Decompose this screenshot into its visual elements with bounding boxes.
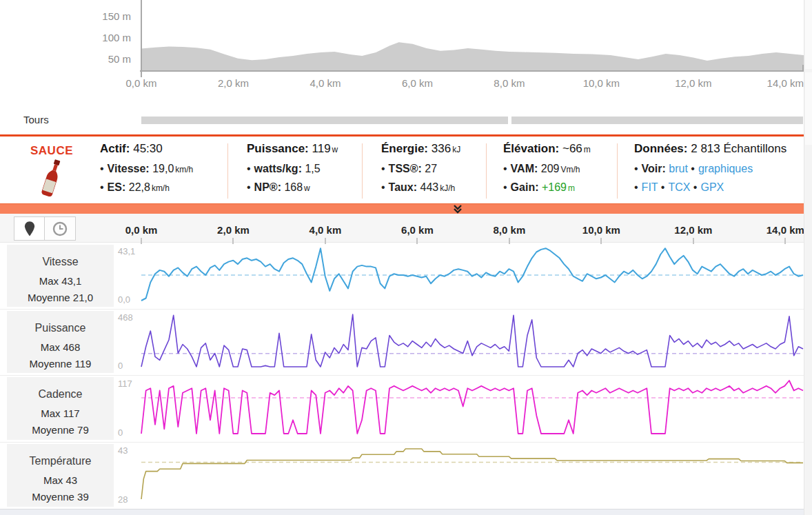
x-axis-tick-label: 6,0 km bbox=[402, 77, 433, 89]
y-axis-max-label: 117 bbox=[118, 378, 132, 389]
metric-panel: Vitesse Max 43,1 Moyenne 21,0 bbox=[7, 245, 114, 307]
metric-row-vitesse: Vitesse Max 43,1 Moyenne 21,0 43,1 0,0 bbox=[0, 243, 812, 309]
x-axis-tick-label: 14,0 km bbox=[767, 224, 804, 236]
stat-item: •Gain: +169m bbox=[503, 181, 575, 194]
stat-heading: Puissance: 119w bbox=[247, 142, 338, 156]
stat-item: •TSS®: 27 bbox=[381, 163, 437, 175]
elevation-chart[interactable]: 150 m 100 m 50 m 0,0 km2,0 km4,0 km6,0 k… bbox=[0, 0, 804, 93]
map-pin-button[interactable] bbox=[14, 216, 45, 241]
stat-item: •watts/kg: 1,5 bbox=[247, 163, 321, 175]
chevron-double-down-icon bbox=[452, 205, 463, 214]
link-tcx[interactable]: TCX bbox=[668, 181, 690, 193]
metric-max: Max 43 bbox=[7, 474, 114, 486]
y-axis-min-label: 28 bbox=[118, 494, 128, 505]
puissance-line-plot[interactable] bbox=[138, 309, 804, 375]
page-scrollbar[interactable] bbox=[804, 0, 812, 515]
stat-divider bbox=[617, 143, 618, 199]
y-axis-min-label: 0,0 bbox=[118, 294, 130, 305]
activity-analysis-page: 150 m 100 m 50 m 0,0 km2,0 km4,0 km6,0 k… bbox=[0, 0, 812, 515]
stat-heading: Énergie: 336kJ bbox=[381, 142, 460, 156]
stat-heading: Élévation: ~66m bbox=[503, 142, 591, 156]
sauce-logo: SAUCE bbox=[30, 144, 73, 158]
elevation-y-tick: 100 m bbox=[76, 32, 131, 43]
x-axis-tick-label: 14,0 km bbox=[767, 77, 804, 89]
stat-heading: Données: 2 813 Échantillons bbox=[634, 142, 786, 156]
clock-icon bbox=[52, 221, 68, 237]
x-axis-tick-label: 0,0 km bbox=[125, 224, 158, 236]
y-axis-max-label: 43 bbox=[118, 445, 128, 456]
link-gpx[interactable]: GPX bbox=[700, 181, 724, 193]
stat-item-voir: •Voir: brut •graphiques bbox=[634, 163, 753, 175]
metric-average: Moyenne 119 bbox=[7, 358, 114, 370]
link-graphiques[interactable]: graphiques bbox=[698, 163, 753, 174]
metric-panel: Cadence Max 117 Moyenne 79 bbox=[7, 377, 114, 440]
stat-divider bbox=[362, 143, 363, 199]
x-axis-tick-label: 2,0 km bbox=[217, 224, 250, 236]
x-axis-tick-label: 6,0 km bbox=[401, 224, 434, 236]
metric-panel: Puissance Max 468 Moyenne 119 bbox=[7, 311, 114, 373]
elevation-area-plot[interactable] bbox=[141, 0, 804, 72]
metric-panel: Température Max 43 Moyenne 39 bbox=[7, 444, 114, 507]
stat-item: •ES: 22,8km/h bbox=[100, 181, 170, 194]
link-brut[interactable]: brut bbox=[669, 163, 688, 174]
elevation-y-tick: 150 m bbox=[76, 10, 131, 22]
metric-name: Cadence bbox=[7, 388, 114, 401]
collapse-bar[interactable] bbox=[0, 203, 812, 214]
x-axis-tick-label: 2,0 km bbox=[218, 77, 249, 89]
metric-average: Moyenne 21,0 bbox=[7, 292, 114, 303]
x-axis-tick-label: 10,0 km bbox=[583, 77, 620, 89]
sauce-bottle-icon bbox=[36, 157, 68, 200]
graphs-header-band: 0,0 km2,0 km4,0 km6,0 km8,0 km10,0 km12,… bbox=[0, 214, 812, 243]
bottom-scroll-area[interactable] bbox=[0, 509, 804, 515]
tours-label: Tours bbox=[23, 114, 49, 125]
sauce-info-bar: SAUCE Actif: 45:30 •Vitesse: 19,0km/h •E… bbox=[0, 134, 812, 203]
metric-max: Max 468 bbox=[7, 341, 114, 353]
metric-max: Max 117 bbox=[7, 407, 114, 419]
y-axis-max-label: 43,1 bbox=[118, 246, 135, 256]
stat-item: •Vitesse: 19,0km/h bbox=[100, 163, 193, 175]
stat-item: •Taux: 443kJ/h bbox=[381, 181, 455, 194]
vitesse-line-plot[interactable] bbox=[138, 243, 804, 309]
temperature-line-plot[interactable] bbox=[138, 442, 804, 509]
x-axis-tick-label: 4,0 km bbox=[309, 224, 342, 236]
clock-button[interactable] bbox=[45, 216, 76, 241]
metric-row-temperature: Température Max 43 Moyenne 39 43 28 bbox=[0, 442, 812, 509]
x-axis-tick-label: 12,0 km bbox=[674, 224, 712, 236]
stat-heading: Actif: 45:30 bbox=[100, 142, 163, 156]
graph-toolbar bbox=[14, 216, 76, 241]
y-axis-max-label: 468 bbox=[118, 312, 133, 323]
cadence-line-plot[interactable] bbox=[138, 375, 804, 442]
metric-average: Moyenne 79 bbox=[7, 424, 114, 436]
y-axis-min-label: 0 bbox=[118, 427, 123, 438]
x-axis-tick-label: 8,0 km bbox=[494, 224, 526, 236]
metric-name: Puissance bbox=[7, 322, 114, 334]
link-fit[interactable]: FIT bbox=[642, 181, 658, 193]
map-pin-icon bbox=[23, 220, 37, 238]
metric-name: Vitesse bbox=[7, 256, 114, 268]
metric-row-cadence: Cadence Max 117 Moyenne 79 117 0 bbox=[0, 375, 812, 442]
x-axis-tick-label: 10,0 km bbox=[582, 224, 620, 236]
x-axis-tick-label: 4,0 km bbox=[309, 77, 341, 89]
stat-item-exports: •FIT •TCX •GPX bbox=[634, 181, 724, 194]
lap-bar-2[interactable] bbox=[511, 117, 803, 124]
x-axis-tick-label: 0,0 km bbox=[125, 77, 156, 89]
x-axis-tick-label: 12,0 km bbox=[675, 77, 711, 89]
stat-item: •NP®: 168w bbox=[247, 181, 310, 194]
x-axis-tick-label: 8,0 km bbox=[494, 77, 525, 89]
stat-item: •VAM: 209Vm/h bbox=[503, 163, 580, 175]
stat-divider bbox=[227, 143, 228, 199]
metric-row-puissance: Puissance Max 468 Moyenne 119 468 0 bbox=[0, 309, 812, 375]
lap-bar-1[interactable] bbox=[141, 117, 508, 124]
stat-divider bbox=[486, 143, 487, 199]
elevation-x-axis-line bbox=[140, 70, 804, 72]
y-axis-min-label: 0 bbox=[118, 361, 123, 371]
metric-max: Max 43,1 bbox=[7, 275, 114, 287]
elevation-y-axis-line bbox=[141, 0, 142, 77]
metric-average: Moyenne 39 bbox=[7, 491, 114, 503]
elevation-y-tick: 50 m bbox=[76, 53, 131, 65]
metric-name: Température bbox=[7, 455, 114, 467]
